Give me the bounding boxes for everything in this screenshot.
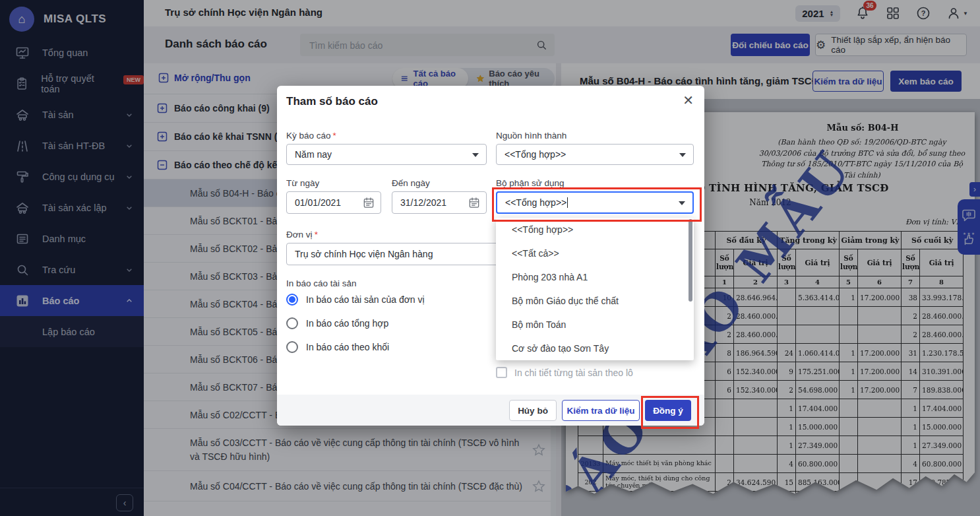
from-date-value: 01/01/2021: [295, 197, 341, 208]
checkbox-icon[interactable]: [496, 367, 507, 378]
caret-down-icon: [679, 153, 686, 157]
radio-icon[interactable]: [286, 294, 298, 306]
dropdown-option[interactable]: Phòng 203 nhà A1: [496, 265, 694, 289]
to-date-value: 31/12/2021: [400, 197, 446, 208]
department-combobox[interactable]: <<Tổng hợp>>: [496, 191, 694, 214]
text-cursor: [567, 197, 568, 208]
caret-down-icon: [472, 153, 479, 157]
dropdown-option[interactable]: <<Tất cả>>: [496, 242, 694, 265]
check-data-button[interactable]: Kiểm tra dữ liệu: [562, 400, 640, 421]
to-date-input[interactable]: 31/12/2021: [392, 191, 487, 214]
source-select[interactable]: <<Tổng hợp>>: [496, 144, 694, 165]
caret-down-icon: [679, 201, 685, 205]
period-select[interactable]: Năm nay: [286, 144, 487, 165]
radio-label: In báo cáo theo khối: [306, 342, 389, 352]
modal-title: Tham số báo cáo: [286, 95, 378, 108]
report-params-modal: Tham số báo cáo ✕ Kỳ báo cáo* Năm nay Ng…: [277, 86, 704, 426]
modal-footer: Hủy bỏ Kiểm tra dữ liệu Đồng ý: [277, 395, 704, 426]
dropdown-options: <<Tổng hợp>> <<Tất cả>> Phòng 203 nhà A1…: [496, 218, 694, 360]
source-label: Nguồn hình thành: [496, 131, 567, 141]
cancel-button[interactable]: Hủy bỏ: [509, 400, 557, 421]
radio-option[interactable]: In báo cáo theo khối: [286, 340, 425, 354]
close-icon[interactable]: ✕: [683, 94, 694, 107]
calendar-icon[interactable]: [468, 196, 481, 209]
dropdown-option[interactable]: Cơ sở đào tạo Sơn Tây: [496, 337, 694, 360]
radio-icon[interactable]: [286, 317, 298, 329]
radio-label: In báo cáo tổng hợp: [306, 318, 388, 329]
radio-option[interactable]: In báo cáo tổng hợp: [286, 317, 425, 330]
app-window: ⌂ MISA QLTS Tổng quan Hỗ trợ quyết toán …: [0, 0, 980, 516]
department-value: <<Tổng hợp>>: [505, 197, 567, 208]
dropdown-option[interactable]: Bộ môn Toán: [496, 313, 694, 337]
radio-icon[interactable]: [286, 341, 298, 353]
dropdown-scrollbar[interactable]: [689, 219, 692, 302]
print-options-radio-group: In báo cáo tài sản của đơn vị In báo cáo…: [286, 293, 425, 364]
to-date-label: Đến ngày: [392, 178, 430, 188]
dropdown-option[interactable]: <<Tổng hợp>>: [496, 218, 694, 242]
source-value: <<Tổng hợp>>: [505, 149, 566, 160]
department-label: Bộ phận sử dụng: [496, 178, 565, 188]
required-mark: *: [315, 230, 318, 240]
ok-button[interactable]: Đồng ý: [645, 400, 691, 421]
checkbox-label: In chi tiết từng tài sản theo lô: [514, 368, 633, 378]
period-value: Năm nay: [295, 149, 332, 160]
calendar-icon[interactable]: [362, 196, 375, 209]
radio-label: In báo cáo tài sản của đơn vị: [306, 294, 425, 305]
dropdown-option[interactable]: Bộ môn Giáo dục thể chất: [496, 289, 694, 313]
lot-detail-checkbox-row: In chi tiết từng tài sản theo lô: [496, 367, 633, 378]
from-date-label: Từ ngày: [286, 178, 319, 188]
from-date-input[interactable]: 01/01/2021: [286, 191, 381, 214]
department-dropdown: <<Tổng hợp>> <<Tất cả>> Phòng 203 nhà A1…: [496, 218, 694, 360]
unit-label: Đơn vị*: [286, 230, 318, 240]
radio-option[interactable]: In báo cáo tài sản của đơn vị: [286, 293, 425, 306]
required-mark: *: [333, 131, 336, 141]
print-group-label: In báo cáo tài sản: [286, 278, 357, 288]
unit-value: Trụ sở chính Học viện Ngân hàng: [295, 249, 433, 259]
period-label: Kỳ báo cáo*: [286, 131, 336, 141]
